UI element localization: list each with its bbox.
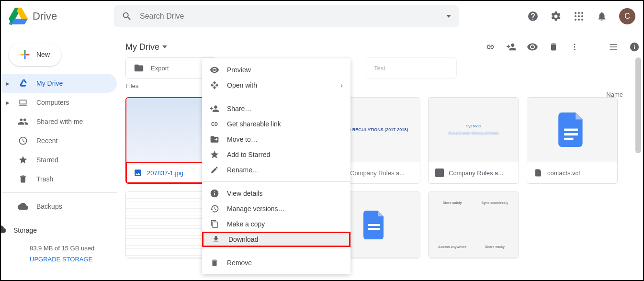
trash-icon [210, 258, 219, 268]
docs-file-icon [534, 169, 542, 177]
share-person-button[interactable] [506, 41, 517, 53]
notifications-button[interactable] [596, 11, 608, 22]
svg-point-6 [575, 19, 576, 21]
file-name: 207837-1.jpg [147, 169, 183, 177]
divider [202, 181, 350, 182]
svg-rect-15 [564, 133, 578, 135]
star-icon [17, 154, 29, 166]
menu-add-star[interactable]: Add to Starred [202, 147, 350, 162]
nav-label: Shared with me [36, 118, 83, 125]
svg-point-11 [574, 49, 576, 50]
menu-preview[interactable]: Preview [202, 62, 350, 78]
drive-logo-area[interactable]: Drive [9, 7, 104, 26]
svg-point-0 [575, 12, 576, 14]
drive-small-icon [17, 78, 29, 89]
svg-point-3 [575, 15, 576, 17]
search-box[interactable] [114, 5, 459, 27]
nav-recent[interactable]: Recent [2, 131, 117, 150]
account-avatar[interactable]: C [619, 8, 635, 24]
people-icon [17, 116, 29, 127]
menu-download[interactable]: Download [202, 232, 350, 247]
svg-point-2 [581, 12, 583, 14]
file-card[interactable]: Store safelySync seamlessly Access anywh… [428, 191, 519, 259]
list-view-button[interactable] [608, 41, 619, 53]
svg-point-7 [578, 19, 580, 21]
menu-manage-versions[interactable]: Manage versions… [202, 201, 350, 216]
preview-button[interactable] [527, 41, 538, 53]
folder-label: Export [151, 65, 169, 72]
menu-remove[interactable]: Remove [202, 255, 350, 270]
clock-icon [17, 135, 29, 146]
divider [594, 41, 594, 53]
files-section-label: Files [124, 79, 642, 93]
nav-label: Starred [36, 156, 58, 164]
app-name: Drive [33, 10, 57, 22]
menu-move-to[interactable]: Move to… [202, 132, 350, 147]
download-icon [211, 235, 221, 244]
file-thumbnail: Store safelySync seamlessly Access anywh… [429, 192, 519, 258]
menu-view-details[interactable]: View details [202, 186, 350, 201]
nav-trash[interactable]: Trash [2, 169, 117, 189]
copy-icon [210, 219, 219, 229]
person-add-icon [210, 104, 219, 113]
plus-icon [18, 48, 32, 61]
folder-icon [134, 63, 144, 73]
location-breadcrumb[interactable]: My Drive [125, 42, 167, 52]
svg-rect-18 [368, 228, 380, 230]
star-icon [210, 150, 219, 159]
svg-point-9 [574, 44, 576, 45]
svg-rect-16 [564, 138, 573, 140]
nav-computers[interactable]: ▶ Computers [2, 93, 117, 112]
folder-test[interactable]: Test [366, 57, 457, 79]
divider [2, 220, 117, 220]
search-dropdown-icon[interactable] [446, 14, 451, 19]
more-actions-button[interactable] [569, 41, 580, 53]
eye-icon [210, 65, 219, 75]
info-button[interactable] [629, 41, 640, 53]
nav-backups[interactable]: Backups [2, 197, 117, 216]
menu-get-link[interactable]: Get shareable link [202, 116, 350, 132]
file-name: contacts.vcf [547, 169, 580, 177]
link-icon [210, 119, 219, 129]
svg-rect-14 [564, 129, 578, 131]
image-file-icon [134, 169, 142, 177]
nav-my-drive[interactable]: ▶ My Drive [2, 74, 117, 93]
menu-share[interactable]: Share… [202, 101, 350, 116]
apps-button[interactable] [573, 11, 585, 22]
chevron-right-icon[interactable]: ▶ [6, 81, 11, 86]
menu-make-copy[interactable]: Make a copy [202, 216, 350, 232]
new-button[interactable]: New [9, 43, 61, 66]
nav-label: My Drive [36, 79, 63, 87]
upgrade-storage-link[interactable]: UPGRADE STORAGE [30, 256, 117, 263]
folder-move-icon [210, 135, 219, 144]
chevron-right-icon: › [340, 81, 343, 89]
chevron-right-icon[interactable]: ▶ [6, 100, 11, 105]
location-title-text: My Drive [125, 42, 159, 52]
trash-icon [17, 173, 29, 185]
nav-storage[interactable]: Storage [0, 224, 117, 236]
search-input[interactable] [140, 12, 439, 21]
scrollbar[interactable] [635, 57, 641, 153]
menu-rename[interactable]: Rename… [202, 162, 350, 178]
file-card[interactable]: contacts.vcf [527, 97, 618, 184]
file-thumbnail: SysToolsRULES AND REGULATIONS [429, 98, 519, 162]
column-header-name: Name [606, 91, 623, 98]
file-name: Company Rules a... [449, 169, 503, 177]
nav-shared-with-me[interactable]: Shared with me [2, 112, 117, 131]
help-button[interactable] [527, 11, 539, 22]
menu-open-with[interactable]: Open with› [202, 78, 350, 93]
storage-label: Storage [13, 226, 37, 234]
chevron-down-icon [162, 45, 167, 49]
divider [2, 192, 117, 193]
settings-button[interactable] [550, 11, 562, 22]
nav-label: Recent [36, 137, 57, 145]
get-link-button[interactable] [485, 41, 496, 53]
svg-point-5 [581, 15, 583, 17]
svg-point-4 [578, 15, 580, 17]
info-icon [210, 189, 219, 198]
nav-starred[interactable]: Starred [2, 150, 117, 169]
history-icon [210, 204, 219, 214]
new-button-label: New [36, 51, 50, 58]
file-card[interactable]: SysToolsRULES AND REGULATIONS Company Ru… [428, 97, 519, 184]
delete-button[interactable] [548, 41, 559, 53]
